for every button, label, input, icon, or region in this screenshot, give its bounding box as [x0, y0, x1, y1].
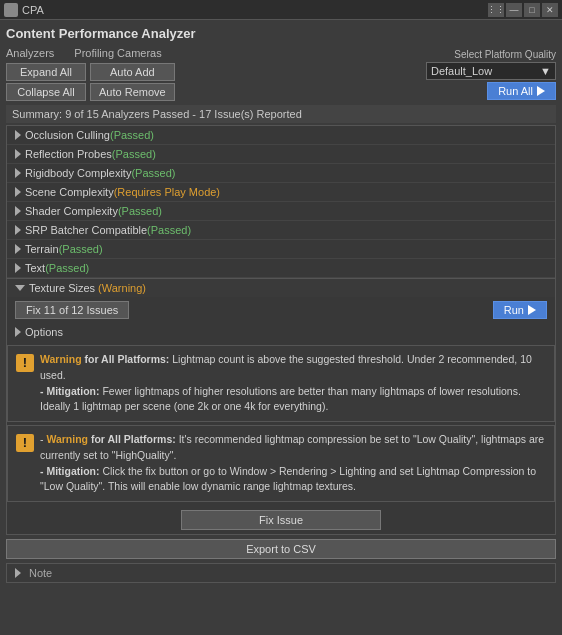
title-bar-title: CPA: [22, 4, 44, 16]
expand-collapse-group: Expand All Collapse All: [6, 63, 86, 101]
note-bar: Note: [6, 563, 556, 583]
status-badge: (Passed): [59, 243, 103, 255]
status-badge: (Passed): [118, 205, 162, 217]
analyzer-list: Occlusion Culling (Passed) Reflection Pr…: [6, 125, 556, 279]
expand-arrow-icon: [15, 130, 21, 140]
title-bar-maximize[interactable]: □: [524, 3, 540, 17]
analyzer-name: Scene Complexity: [25, 186, 114, 198]
options-row[interactable]: Options: [7, 323, 555, 341]
analyzer-name: Shader Complexity: [25, 205, 118, 217]
analyzer-name: Occlusion Culling: [25, 129, 110, 141]
analyzer-name: Rigidbody Complexity: [25, 167, 131, 179]
analyzer-name: SRP Batcher Compatible: [25, 224, 147, 236]
warning-keyword-2: Warning: [46, 433, 88, 445]
note-label: Note: [29, 567, 52, 579]
title-bar-left: CPA: [4, 3, 44, 17]
options-arrow-icon: [15, 327, 21, 337]
fix-issues-button[interactable]: Fix 11 of 12 Issues: [15, 301, 129, 319]
warning-bold-1: for All Platforms:: [85, 353, 170, 365]
platform-quality-label: Select Platform Quality: [454, 49, 556, 60]
analyzer-item-srp[interactable]: SRP Batcher Compatible (Passed): [7, 221, 555, 240]
toolbar-row: Analyzers Profiling Cameras Expand All C…: [6, 47, 556, 101]
analyzer-item-rigidbody[interactable]: Rigidbody Complexity (Passed): [7, 164, 555, 183]
texture-run-button[interactable]: Run: [493, 301, 547, 319]
status-badge: (Passed): [147, 224, 191, 236]
auto-add-button[interactable]: Auto Add: [90, 63, 175, 81]
platform-dropdown[interactable]: Default_Low ▼: [426, 62, 556, 80]
mitigation-label-1: - Mitigation:: [40, 385, 99, 397]
summary-text: Summary: 9 of 15 Analyzers Passed - 17 I…: [12, 108, 302, 120]
mitigation-label-2: - Mitigation:: [40, 465, 99, 477]
warning-bold-2: for All Platforms:: [91, 433, 176, 445]
warning-panel-2: ! - Warning for All Platforms: It's reco…: [7, 425, 555, 502]
summary-bar: Summary: 9 of 15 Analyzers Passed - 17 I…: [6, 105, 556, 123]
profiling-label: Profiling Cameras: [74, 47, 161, 59]
warning-icon-2: !: [16, 434, 34, 452]
run-all-play-icon: [537, 86, 545, 96]
title-bar-grip[interactable]: ⋮⋮: [488, 3, 504, 17]
run-play-icon: [528, 305, 536, 315]
texture-name: Texture Sizes: [29, 282, 95, 294]
texture-section: Texture Sizes (Warning) Fix 11 of 12 Iss…: [6, 279, 556, 535]
status-badge: (Passed): [110, 129, 154, 141]
title-bar-controls[interactable]: ⋮⋮ — □ ✕: [488, 3, 558, 17]
warning-panels: ! Warning for All Platforms: Lightmap co…: [7, 345, 555, 502]
expand-arrow-icon: [15, 149, 21, 159]
run-all-button[interactable]: Run All: [487, 82, 556, 100]
warning-icon-1: !: [16, 354, 34, 372]
dropdown-arrow-icon: ▼: [540, 65, 551, 77]
run-all-label: Run All: [498, 85, 533, 97]
main-content: Content Performance Analyzer Analyzers P…: [0, 20, 562, 535]
analyzer-item-reflection[interactable]: Reflection Probes (Passed): [7, 145, 555, 164]
analyzer-item-text[interactable]: Text (Passed): [7, 259, 555, 278]
analyzer-item-occlusion[interactable]: Occlusion Culling (Passed): [7, 126, 555, 145]
status-badge: (Passed): [112, 148, 156, 160]
auto-group: Auto Add Auto Remove: [90, 63, 175, 101]
expand-arrow-icon: [15, 168, 21, 178]
options-label: Options: [25, 326, 63, 338]
analyzer-item-scene[interactable]: Scene Complexity (Requires Play Mode): [7, 183, 555, 202]
title-bar-minimize[interactable]: —: [506, 3, 522, 17]
expand-arrow-icon: [15, 225, 21, 235]
mitigation-text-1: Fewer lightmaps of higher resolutions ar…: [40, 385, 521, 413]
analyzer-name: Terrain: [25, 243, 59, 255]
expand-all-button[interactable]: Expand All: [6, 63, 86, 81]
texture-header[interactable]: Texture Sizes (Warning): [7, 279, 555, 297]
status-badge: (Passed): [131, 167, 175, 179]
collapse-all-button[interactable]: Collapse All: [6, 83, 86, 101]
analyzer-item-shader[interactable]: Shader Complexity (Passed): [7, 202, 555, 221]
toolbar-left: Analyzers Profiling Cameras Expand All C…: [6, 47, 175, 101]
warning-keyword-1: Warning: [40, 353, 82, 365]
status-badge: (Passed): [45, 262, 89, 274]
analyzer-name: Reflection Probes: [25, 148, 112, 160]
auto-remove-button[interactable]: Auto Remove: [90, 83, 175, 101]
warning-panel-1: ! Warning for All Platforms: Lightmap co…: [7, 345, 555, 422]
title-bar: CPA ⋮⋮ — □ ✕: [0, 0, 562, 20]
export-csv-button[interactable]: Export to CSV: [6, 539, 556, 559]
fix-issue-button[interactable]: Fix Issue: [181, 510, 381, 530]
note-arrow-icon: [15, 568, 21, 578]
expand-arrow-icon: [15, 187, 21, 197]
expand-arrow-icon: [15, 206, 21, 216]
toolbar-right: Select Platform Quality Default_Low ▼ Ru…: [426, 49, 556, 100]
expand-arrow-icon: [15, 244, 21, 254]
fix-issue-bar: Fix Issue: [7, 506, 555, 534]
analyzer-item-terrain[interactable]: Terrain (Passed): [7, 240, 555, 259]
texture-toolbar: Fix 11 of 12 Issues Run: [7, 297, 555, 323]
analyzer-name: Text: [25, 262, 45, 274]
texture-status: (Warning): [95, 282, 146, 294]
cpa-icon: [4, 3, 18, 17]
expand-arrow-icon: [15, 263, 21, 273]
bottom-section: Export to CSV Note: [0, 535, 562, 587]
analyzers-label: Analyzers: [6, 47, 54, 59]
platform-value: Default_Low: [431, 65, 492, 77]
run-label: Run: [504, 304, 524, 316]
collapse-arrow-icon: [15, 285, 25, 291]
section-title: Content Performance Analyzer: [6, 26, 556, 41]
title-bar-close[interactable]: ✕: [542, 3, 558, 17]
status-badge: (Requires Play Mode): [114, 186, 220, 198]
mitigation-text-2: Click the fix button or go to Window > R…: [40, 465, 536, 493]
